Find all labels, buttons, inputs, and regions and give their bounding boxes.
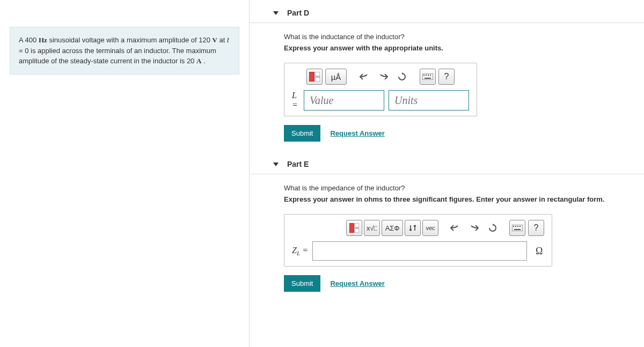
units-button[interactable]: µÅ <box>325 69 347 85</box>
part-d-actions: Submit Request Answer <box>284 125 633 142</box>
svg-rect-9 <box>349 223 354 233</box>
undo-icon <box>360 73 369 80</box>
svg-rect-17 <box>519 226 521 227</box>
redo-button[interactable] <box>375 69 391 85</box>
part-e-header[interactable]: Part E <box>250 154 644 174</box>
svg-rect-11 <box>355 228 359 233</box>
value-input[interactable] <box>304 90 384 110</box>
svg-rect-10 <box>355 223 359 227</box>
part-d-var-label: L = <box>292 91 299 110</box>
request-answer-link[interactable]: Request Answer <box>330 279 384 287</box>
svg-rect-15 <box>515 226 516 227</box>
help-button[interactable]: ? <box>438 69 455 85</box>
svg-rect-4 <box>423 75 425 76</box>
templates-button[interactable] <box>346 220 362 236</box>
subscript-icon <box>408 224 417 232</box>
svg-rect-16 <box>517 226 518 227</box>
svg-rect-18 <box>514 229 521 230</box>
part-d-answer-box: µÅ ? <box>284 63 477 116</box>
help-button[interactable]: ? <box>528 220 544 236</box>
units-input[interactable] <box>389 90 469 110</box>
svg-rect-13 <box>512 225 523 231</box>
svg-rect-0 <box>309 72 314 82</box>
reset-icon <box>398 72 406 81</box>
part-e-actions: Submit Request Answer <box>284 275 633 292</box>
part-d-toolbar: µÅ ? <box>292 69 469 85</box>
greek-button[interactable]: ΑΣФ <box>382 220 403 236</box>
vector-button[interactable]: vec <box>422 220 438 236</box>
radical-button[interactable]: x√□ <box>364 220 380 236</box>
part-e-question: What is the impedance of the inductor? <box>284 184 633 192</box>
keyboard-button[interactable] <box>420 69 436 85</box>
part-e-answer-row: ZL = Ω <box>292 241 544 261</box>
part-e-body: What is the impedance of the inductor? E… <box>250 174 644 301</box>
templates-icon <box>309 72 320 82</box>
redo-button[interactable] <box>466 220 482 236</box>
redo-icon <box>469 224 479 232</box>
part-d-body: What is the inductance of the inductor? … <box>250 23 644 151</box>
templates-button[interactable] <box>306 69 323 85</box>
redo-icon <box>378 73 388 80</box>
part-d-instruction: Express your answer with the appropriate… <box>284 44 633 52</box>
request-answer-link[interactable]: Request Answer <box>330 129 384 137</box>
subscript-button[interactable] <box>405 220 421 236</box>
svg-rect-8 <box>425 78 431 79</box>
answer-column: Part D What is the inductance of the ind… <box>250 0 644 347</box>
svg-rect-5 <box>426 75 427 76</box>
part-e-var-label: ZL = <box>292 246 308 256</box>
keyboard-button[interactable] <box>509 220 525 236</box>
reset-icon <box>488 224 497 232</box>
svg-rect-6 <box>428 75 429 76</box>
undo-button[interactable] <box>356 69 372 85</box>
part-e-instruction: Express your answer in ohms to three sig… <box>284 195 633 203</box>
undo-icon <box>450 224 460 232</box>
part-d-title: Part D <box>287 9 309 17</box>
reset-button[interactable] <box>394 69 410 85</box>
templates-icon <box>349 223 359 233</box>
part-d-question: What is the inductance of the inductor? <box>284 33 633 41</box>
submit-button[interactable]: Submit <box>284 275 320 292</box>
reset-button[interactable] <box>485 220 501 236</box>
svg-rect-7 <box>430 75 431 76</box>
svg-rect-3 <box>422 73 433 80</box>
keyboard-icon <box>512 225 523 231</box>
submit-button[interactable]: Submit <box>284 125 320 142</box>
part-e-answer-box: x√□ ΑΣФ vec <box>284 214 552 267</box>
svg-rect-1 <box>315 72 320 76</box>
problem-column: A 400 Hz sinusoidal voltage with a maxim… <box>0 0 250 347</box>
part-e-toolbar: x√□ ΑΣФ vec <box>292 220 544 236</box>
keyboard-icon <box>422 73 433 80</box>
radical-icon: x√□ <box>367 224 377 232</box>
svg-text:x√□: x√□ <box>367 224 377 232</box>
undo-button[interactable] <box>447 220 463 236</box>
chevron-down-icon <box>273 163 279 166</box>
part-d-answer-row: L = <box>292 90 469 110</box>
svg-rect-2 <box>315 77 320 82</box>
unit-suffix: Ω <box>536 246 543 257</box>
part-d-header[interactable]: Part D <box>250 3 644 23</box>
chevron-down-icon <box>273 11 279 15</box>
part-e-title: Part E <box>287 160 309 168</box>
impedance-input[interactable] <box>312 241 527 261</box>
problem-text: A 400 Hz sinusoidal voltage with a maxim… <box>19 36 229 65</box>
svg-rect-14 <box>513 226 514 227</box>
problem-statement: A 400 Hz sinusoidal voltage with a maxim… <box>10 27 239 75</box>
